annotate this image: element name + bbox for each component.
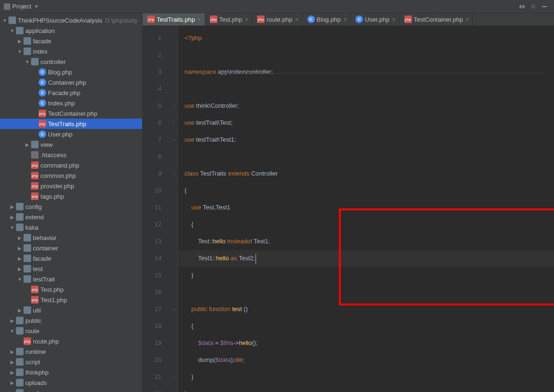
line-gutter: 12345678910111213141516171819202122 xyxy=(143,26,171,392)
tab-route-php[interactable]: phproute.php× xyxy=(252,13,302,25)
code-content[interactable]: <?php namespace app\index\controller; us… xyxy=(177,26,554,392)
fold-marker[interactable] xyxy=(171,233,177,250)
tree-item-ThinkPHPSourceCodeAnalysis[interactable]: ▼ThinkPHPSourceCodeAnalysisD:\phpstudy xyxy=(0,15,142,25)
tab-TestContainer-php[interactable]: phpTestContainer.php× xyxy=(400,13,473,25)
line-number: 21 xyxy=(143,368,171,385)
project-label[interactable]: Project xyxy=(12,3,31,10)
editor-area: phpTestTraits.php×phpTest.php×phproute.p… xyxy=(143,13,554,392)
fold-marker[interactable] xyxy=(171,64,177,80)
dropdown-icon[interactable]: ▾ xyxy=(35,3,38,10)
tab-close-icon[interactable]: × xyxy=(466,16,469,22)
settings-icon[interactable] xyxy=(530,3,537,10)
tab-close-icon[interactable]: × xyxy=(245,16,248,22)
tree-item-view[interactable]: ▶view xyxy=(0,139,142,150)
line-number: 1 xyxy=(143,30,171,47)
fold-marker[interactable] xyxy=(171,216,177,233)
fold-marker[interactable] xyxy=(171,30,177,47)
tree-item-public[interactable]: ▶public xyxy=(0,315,142,326)
fold-marker[interactable] xyxy=(171,182,177,199)
tree-item-Blog-php[interactable]: CBlog.php xyxy=(0,67,142,77)
project-tree[interactable]: ▼ThinkPHPSourceCodeAnalysisD:\phpstudy▼a… xyxy=(0,13,143,392)
tree-item-application[interactable]: ▼application xyxy=(0,25,142,36)
line-number: 11 xyxy=(143,199,171,216)
fold-marker[interactable] xyxy=(171,250,177,267)
line-number: 6 xyxy=(143,114,171,131)
tree-item-index[interactable]: ▼index xyxy=(0,46,142,56)
tree-item-test[interactable]: ▶test xyxy=(0,264,142,274)
tree-item-route-php[interactable]: phproute.php xyxy=(0,336,142,346)
tree-item-TestContainer-php[interactable]: phpTestContainer.php xyxy=(0,108,142,119)
tree-item-facade[interactable]: ▶facade xyxy=(0,253,142,264)
tree-item-User-php[interactable]: CUser.php xyxy=(0,129,142,139)
fold-marker[interactable] xyxy=(171,80,177,97)
tree-item-command-php[interactable]: phpcommand.php xyxy=(0,160,142,170)
tab-User-php[interactable]: CUser.php× xyxy=(351,13,399,25)
tab-close-icon[interactable]: × xyxy=(295,16,298,22)
tab-TestTraits-php[interactable]: phpTestTraits.php× xyxy=(143,13,205,25)
line-number: 10 xyxy=(143,182,171,199)
line-number: 4 xyxy=(143,80,171,97)
fold-marker[interactable] xyxy=(171,199,177,216)
collapse-icon[interactable] xyxy=(518,3,526,10)
fold-marker[interactable] xyxy=(171,352,177,368)
fold-marker[interactable] xyxy=(171,148,177,165)
fold-marker[interactable]: − xyxy=(171,97,177,114)
line-number: 8 xyxy=(143,148,171,165)
tree-item-Test1-php[interactable]: phpTest1.php xyxy=(0,295,142,305)
tree-item-testTrait[interactable]: ▼testTrait xyxy=(0,274,142,284)
tab-Blog-php[interactable]: CBlog.php× xyxy=(303,13,351,25)
tab-Test-php[interactable]: phpTest.php× xyxy=(205,13,253,25)
top-bar: Project ▾ xyxy=(0,0,554,13)
line-number: 9 xyxy=(143,165,171,182)
editor-tabs: phpTestTraits.php×phpTest.php×phproute.p… xyxy=(143,13,554,26)
fold-marker[interactable] xyxy=(171,267,177,284)
tree-item--htaccess[interactable]: .htaccess xyxy=(0,150,142,160)
line-number: 2 xyxy=(143,47,171,64)
hide-icon[interactable] xyxy=(541,3,548,10)
tree-item-container[interactable]: ▶container xyxy=(0,243,142,253)
tree-item-behavior[interactable]: ▶behavior xyxy=(0,232,142,243)
tree-item-controller[interactable]: ▼controller xyxy=(0,56,142,67)
tree-item-Container-php[interactable]: CContainer.php xyxy=(0,77,142,88)
svg-point-0 xyxy=(532,6,534,8)
fold-marker[interactable] xyxy=(171,284,177,301)
line-number: 3 xyxy=(143,64,171,80)
fold-marker[interactable]: − xyxy=(171,131,177,148)
line-number: 16 xyxy=(143,284,171,301)
fold-marker[interactable]: − xyxy=(171,385,177,392)
tree-item-vendor[interactable]: ▶vendor xyxy=(0,388,142,392)
tree-item-thinkphp[interactable]: ▶thinkphp xyxy=(0,367,142,377)
tree-item-uploads[interactable]: ▶uploads xyxy=(0,377,142,388)
fold-marker[interactable] xyxy=(171,47,177,64)
line-number: 5 xyxy=(143,97,171,114)
line-number: 15 xyxy=(143,267,171,284)
fold-marker[interactable] xyxy=(171,318,177,335)
tree-item-script[interactable]: ▶script xyxy=(0,357,142,367)
tab-close-icon[interactable]: × xyxy=(392,16,395,22)
tree-item-tags-php[interactable]: phptags.php xyxy=(0,191,142,201)
tree-item-route[interactable]: ▼route xyxy=(0,326,142,336)
fold-marker[interactable]: − xyxy=(171,114,177,131)
fold-marker[interactable] xyxy=(171,335,177,352)
tree-item-config[interactable]: ▶config xyxy=(0,201,142,212)
tree-item-util[interactable]: ▶util xyxy=(0,305,142,315)
tree-item-facade[interactable]: ▶facade xyxy=(0,36,142,46)
tree-item-TestTraits-php[interactable]: phpTestTraits.php xyxy=(0,119,142,129)
tree-item-Index-php[interactable]: CIndex.php xyxy=(0,98,142,108)
tree-item-Facade-php[interactable]: CFacade.php xyxy=(0,88,142,98)
line-number: 12 xyxy=(143,216,171,233)
tab-close-icon[interactable]: × xyxy=(198,16,201,22)
fold-marker[interactable]: − xyxy=(171,301,177,318)
tree-item-Test-php[interactable]: phpTest.php xyxy=(0,284,142,295)
tree-item-runtime[interactable]: ▶runtime xyxy=(0,346,142,357)
line-number: 19 xyxy=(143,335,171,352)
fold-marker[interactable]: − xyxy=(171,368,177,385)
tree-item-extend[interactable]: ▶extend xyxy=(0,212,142,222)
tree-item-kaka[interactable]: ▼kaka xyxy=(0,222,142,232)
tab-close-icon[interactable]: × xyxy=(344,16,346,22)
tree-item-common-php[interactable]: phpcommon.php xyxy=(0,170,142,181)
tree-item-provider-php[interactable]: phpprovider.php xyxy=(0,181,142,191)
fold-marker[interactable]: − xyxy=(171,165,177,182)
svg-rect-1 xyxy=(542,6,547,7)
line-number: 13 xyxy=(143,233,171,250)
